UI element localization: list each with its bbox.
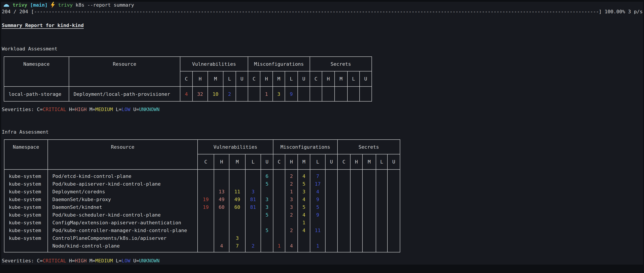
cell-value [246,180,260,188]
col-subheader-M: M [298,154,310,169]
col-subheader-U: U [388,154,400,169]
cell-value [376,234,387,242]
cell-value: ConfigMap/extension-apiserver-authentica… [48,219,197,226]
cell-value [274,219,285,226]
vulnerabilities-M-column: 10 [208,87,224,102]
cell-value: 4 [298,226,310,234]
infra-assessment-table: NamespaceResourceVulnerabilitiesMisconfi… [4,139,400,252]
table-header: NamespaceResourceVulnerabilitiesMisconfi… [4,140,400,170]
col-group-secrets: Secrets [338,140,400,154]
cell-value: 2 [246,242,260,250]
cell-value: 4 [298,172,310,180]
cell-value [363,172,376,180]
cell-value [376,188,387,196]
col-header-namespace: Namespace [4,140,48,169]
section-heading-infra: Infra Assessment [2,129,48,135]
prompt-folder-icon [3,3,10,7]
col-group-vulnerabilities: Vulnerabilities [180,57,248,72]
cell-value [363,188,376,196]
cell-value: kube-system [4,196,48,203]
col-header-resource: Resource [69,57,180,86]
cell-value [261,234,273,242]
cell-value [246,211,260,219]
cell-value [338,219,350,226]
cell-value [285,219,298,226]
legend-severity-name: MEDIUM [95,258,113,263]
legend-item-L: L=LOW [116,258,130,263]
cell-value: Pod/kube-controller-manager-kind-control… [48,226,197,234]
cell-value: 9 [310,211,325,219]
cell-value [274,196,285,203]
namespace-column: kube-systemkube-systemkube-systemkube-sy… [4,170,48,252]
cell-value [230,172,245,180]
cell-value [338,172,350,180]
col-subheader-H: H [260,72,273,86]
cell-value [198,211,214,219]
cell-value [388,234,400,242]
legend-key: M= [90,258,96,263]
legend-severity-name: LOW [122,258,130,263]
misconfigurations-U-column [326,170,338,252]
col-subheader-M: M [273,72,285,86]
cell-value [363,226,376,234]
cell-value [350,211,362,219]
cell-value: kube-system [4,234,48,242]
cell-value [198,219,214,226]
progress-bar: ----------------------------------------… [34,9,599,14]
cell-value [388,219,400,226]
legend-item-H: H=HIGH [69,107,86,112]
cell-value: 4 [180,87,192,102]
cell-value [388,196,400,203]
progress-line: 204 / 204 [ ----------------------------… [2,9,643,14]
workload-assessment-table: NamespaceResourceVulnerabilitiesMisconfi… [4,56,372,102]
col-subheader-U: U [298,72,310,86]
cell-value: kube-system [4,226,48,234]
cell-value: 3 [298,188,310,196]
secrets-M-column [363,170,376,252]
cell-value [363,242,376,250]
cell-value: 81 [246,196,260,203]
cell-value: 3 [285,196,298,203]
cell-value: 3 [273,87,285,102]
terminal-screen[interactable]: trivy [main] trivy k8s --report summary … [0,0,644,273]
git-branch-label: [main] [30,2,48,8]
legend-item-U: U=UNKNOWN [133,258,160,263]
col-subheader-C: C [274,154,285,169]
section-heading-workload: Workload Assessment [2,46,58,52]
progress-count: 204 / 204 [ [2,9,34,14]
col-subheader-U: U [326,154,338,169]
cell-value [376,196,387,203]
cell-value: Node/kind-control-plane [48,242,197,250]
cell-value: kube-system [4,203,48,211]
window-edge-bottom [0,264,644,273]
col-subheader-L: L [285,72,298,86]
cell-value [350,196,362,203]
cell-value: 5 [310,203,325,211]
cell-value [326,172,337,180]
cell-value [363,180,376,188]
cell-value: 4 [298,196,310,203]
cell-value [338,226,350,234]
cell-value: 1 [310,242,325,250]
misconfigurations-L-column: 9 [285,87,298,102]
cell-value: 1 [274,242,285,250]
cell-value [338,196,350,203]
cell-value: Pod/kube-scheduler-kind-control-plane [48,211,197,219]
cell-value [310,87,322,102]
col-subheader-C: C [248,72,260,86]
table-body: local-path-storageDeployment/local-path-… [4,87,372,102]
cell-value: Deployment/local-path-provisioner [69,87,180,102]
col-subheader-M: M [208,72,224,86]
cell-value: 5 [261,226,273,234]
cell-value: 3 [285,203,298,211]
severity-legend: Severities:C=CRITICALH=HIGHM=MEDIUML=LOW… [2,258,162,263]
cell-value [261,188,273,196]
cell-value: 11 [230,188,245,196]
cell-value [363,219,376,226]
legend-label: Severities: [2,258,34,263]
cell-value [198,234,214,242]
col-subheader-L: L [224,72,236,86]
cell-value [230,219,245,226]
cell-value: 3 [261,196,273,203]
misconfigurations-H-column: 221332 2 4 [285,170,298,252]
